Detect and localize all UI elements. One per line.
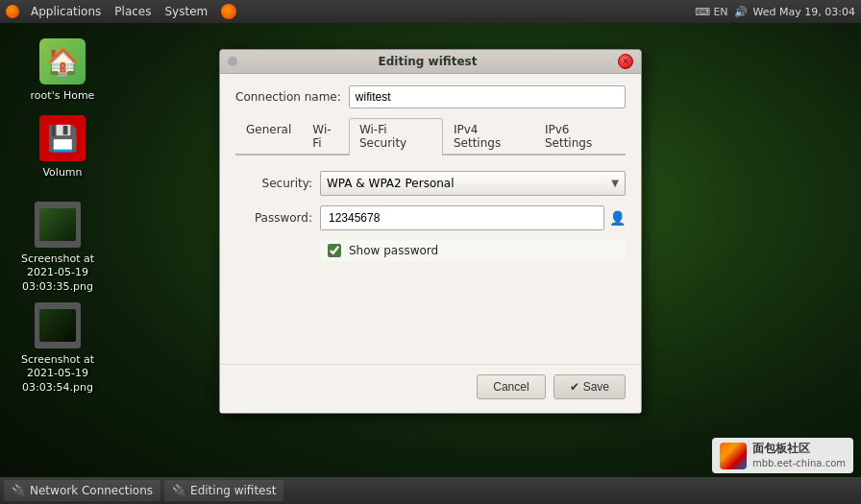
watermark-site: mbb.eet-china.com xyxy=(752,457,846,469)
editing-wifitest-icon: 🔌 xyxy=(172,484,186,497)
taskbar-item-network[interactable]: 🔌 Network Connections xyxy=(4,480,160,501)
desktop-icon-screenshot2[interactable]: Screenshot at 2021-05-19 03:03:54.png xyxy=(10,302,106,396)
network-connections-icon: 🔌 xyxy=(12,484,26,497)
panel-datetime: Wed May 19, 03:04 xyxy=(753,6,855,18)
password-label: Password: xyxy=(235,211,312,225)
dialog-titlebar: Editing wifitest ✕ xyxy=(220,50,641,74)
taskbar-item-editing[interactable]: 🔌 Editing wifitest xyxy=(164,480,283,501)
password-control-wrap: 👤 xyxy=(320,205,626,230)
dialog-indicator-dot xyxy=(228,57,237,66)
checkmark-icon: ✔ xyxy=(570,380,579,394)
watermark-text: 面包板社区 mbb.eet-china.com xyxy=(752,442,846,469)
desktop-icon-screenshot2-label: Screenshot at 2021-05-19 03:03:54.png xyxy=(10,352,106,396)
desktop-icon-screenshot1-label: Screenshot at 2021-05-19 03:03:35.png xyxy=(10,252,106,295)
desktop-icon-sd[interactable]: 💾 Volumn xyxy=(19,115,106,180)
dialog-content: Connection name: General Wi-Fi Wi-Fi Sec… xyxy=(220,74,641,364)
chevron-down-icon: ▼ xyxy=(611,178,619,188)
tab-wifi[interactable]: Wi-Fi xyxy=(302,118,349,154)
connection-name-input[interactable] xyxy=(349,85,626,108)
panel-apps-group: Applications Places System xyxy=(6,3,236,20)
watermark-community: 面包板社区 xyxy=(752,442,846,457)
desktop-icon-home[interactable]: 🏠 root's Home xyxy=(19,38,106,104)
wifi-security-tab-content: Security: WPA & WPA2 Personal ▼ Password… xyxy=(235,156,626,261)
dialog-title: Editing wifitest xyxy=(243,55,612,68)
tab-general[interactable]: General xyxy=(235,118,302,154)
tab-wifi-security[interactable]: Wi-Fi Security xyxy=(349,118,443,156)
screenshot1-icon-image xyxy=(35,202,81,248)
panel-system-tray: ⌨ EN 🔊 Wed May 19, 03:04 xyxy=(695,6,855,18)
taskbar: 🔌 Network Connections 🔌 Editing wifitest xyxy=(0,477,861,504)
dialog-tabs: General Wi-Fi Wi-Fi Security IPv4 Settin… xyxy=(235,118,626,156)
taskbar-editing-label: Editing wifitest xyxy=(190,484,276,497)
security-row: Security: WPA & WPA2 Personal ▼ xyxy=(235,171,626,196)
panel-app-applications[interactable]: Applications xyxy=(25,3,107,20)
show-password-label[interactable]: Show password xyxy=(349,244,438,257)
tab-ipv4[interactable]: IPv4 Settings xyxy=(443,118,534,154)
taskbar-network-label: Network Connections xyxy=(30,484,153,497)
dialog-overlay: Editing wifitest ✕ Connection name: Gene… xyxy=(0,23,861,477)
home-icon-image: 🏠 xyxy=(39,38,86,84)
desktop-icon-sd-label: Volumn xyxy=(39,165,85,180)
connection-name-row: Connection name: xyxy=(235,85,626,108)
watermark: 面包板社区 mbb.eet-china.com xyxy=(712,438,853,473)
person-icon[interactable]: 👤 xyxy=(608,209,626,227)
firefox-icon xyxy=(221,4,236,19)
security-control-wrap: WPA & WPA2 Personal ▼ xyxy=(320,171,626,196)
panel-app-places[interactable]: Places xyxy=(109,3,157,20)
show-password-row: Show password xyxy=(320,240,626,261)
desktop: Applications Places System ⌨ EN 🔊 Wed Ma… xyxy=(0,0,861,504)
cancel-button[interactable]: Cancel xyxy=(477,374,545,399)
watermark-logo xyxy=(720,443,747,469)
show-password-checkbox[interactable] xyxy=(328,244,341,257)
security-label: Security: xyxy=(235,177,312,190)
password-input[interactable] xyxy=(325,211,600,225)
tab-ipv6[interactable]: IPv6 Settings xyxy=(534,118,626,154)
desktop-icon-home-label: root's Home xyxy=(28,88,98,104)
editing-dialog: Editing wifitest ✕ Connection name: Gene… xyxy=(219,49,642,414)
save-label: Save xyxy=(583,380,609,394)
desktop-icon-screenshot1[interactable]: Screenshot at 2021-05-19 03:03:35.png xyxy=(10,202,106,295)
security-dropdown[interactable]: WPA & WPA2 Personal ▼ xyxy=(320,171,626,196)
panel-keyboard-lang: ⌨ EN xyxy=(695,6,728,18)
password-row: Password: 👤 xyxy=(235,205,626,230)
save-button[interactable]: ✔ Save xyxy=(554,374,626,399)
dialog-close-button[interactable]: ✕ xyxy=(618,54,633,69)
connection-name-label: Connection name: xyxy=(235,90,341,104)
screenshot2-icon-image xyxy=(35,302,81,348)
top-panel: Applications Places System ⌨ EN 🔊 Wed Ma… xyxy=(0,0,861,23)
security-dropdown-value: WPA & WPA2 Personal xyxy=(327,177,455,190)
panel-volume[interactable]: 🔊 xyxy=(734,6,748,18)
sd-icon-image: 💾 xyxy=(39,115,86,161)
dialog-buttons: Cancel ✔ Save xyxy=(220,364,641,413)
password-input-wrap xyxy=(320,205,604,230)
panel-app-system[interactable]: System xyxy=(159,3,213,20)
panel-app-circle xyxy=(6,5,19,18)
